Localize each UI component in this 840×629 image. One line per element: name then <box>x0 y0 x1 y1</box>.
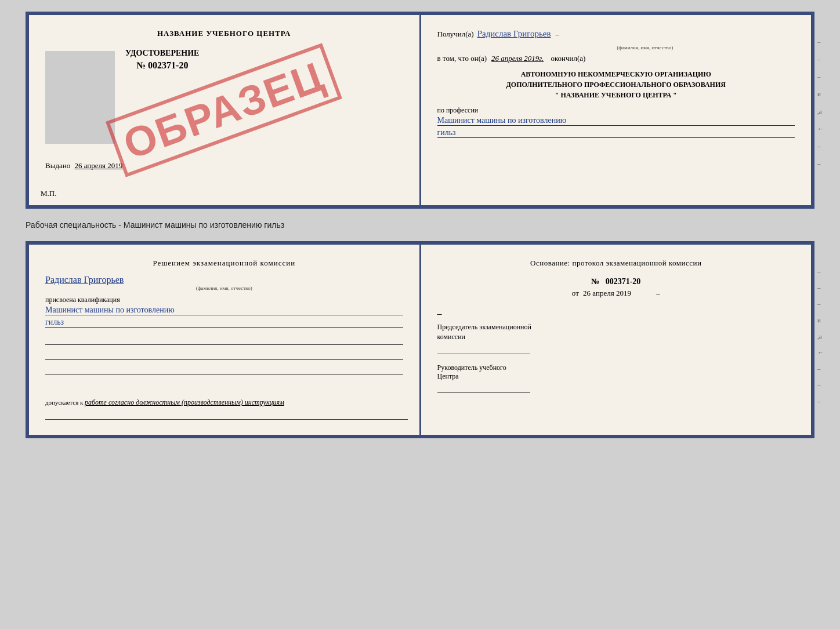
date-row: в том, что он(а) 26 апреля 2019г. окончи… <box>437 54 795 63</box>
allow-value: работе согласно должностным (производств… <box>85 398 284 406</box>
profession-value2: гильз <box>437 128 795 138</box>
chairman-label: Председатель экзаменационной комиссии <box>437 322 795 342</box>
top-doc-right: Получил(а) Радислав Григорьев – (фамилия… <box>421 15 812 205</box>
cert-number: № 002371-20 <box>125 60 199 71</box>
cert-label: УДОСТОВЕРЕНИЕ <box>125 49 199 58</box>
allow-text-block: допускается к работе согласно должностны… <box>45 398 408 423</box>
top-document: НАЗВАНИЕ УЧЕБНОГО ЦЕНТРА УДОСТОВЕРЕНИЕ №… <box>26 12 814 209</box>
date-value: 26 апреля 2019г. <box>491 54 544 63</box>
received-label: Получил(а) <box>437 30 474 39</box>
cert-info: УДОСТОВЕРЕНИЕ № 002371-20 <box>125 49 199 77</box>
org-block: АВТОНОМНУЮ НЕКОММЕРЧЕСКУЮ ОРГАНИЗАЦИЮ ДО… <box>437 69 795 100</box>
bottom-name-hint: (фамилия, имя, отчество) <box>45 285 403 291</box>
issued-label: Выдано <box>45 161 70 170</box>
top-doc-left: НАЗВАНИЕ УЧЕБНОГО ЦЕНТРА УДОСТОВЕРЕНИЕ №… <box>29 15 421 205</box>
blank-line-1 <box>45 333 403 345</box>
basis-dash: – <box>656 289 660 297</box>
profession-label: по профессии <box>437 106 795 115</box>
basis-number: № 002371-20 <box>437 277 795 286</box>
basis-dash2: – <box>437 308 442 318</box>
head-line1: Руководитель учебного <box>437 363 795 372</box>
qual-line2: гильз <box>45 318 403 328</box>
bottom-name: Радислав Григорьев <box>45 275 403 285</box>
allow-line <box>45 409 408 420</box>
date-prefix: от <box>572 289 579 297</box>
basis-title: Основание: протокол экзаменационной коми… <box>437 259 795 268</box>
decision-title: Решением экзаменационной комиссии <box>45 259 403 268</box>
chairman-line1: Председатель экзаменационной <box>437 322 795 332</box>
chairman-sign-line <box>437 354 530 354</box>
mp-label: М.П. <box>41 189 56 198</box>
org-line3: " НАЗВАНИЕ УЧЕБНОГО ЦЕНТРА " <box>437 90 795 100</box>
specialty-label: Рабочая специальность - Машинист машины … <box>26 220 814 230</box>
blank-line-3 <box>45 363 403 375</box>
side-marks-bottom: – – – и ,а ← – – – <box>817 268 824 405</box>
date-label: в том, что он(а) <box>437 54 487 63</box>
received-name: Радислав Григорьев <box>477 29 551 39</box>
name-block-bottom: Радислав Григорьев (фамилия, имя, отчест… <box>45 275 403 291</box>
issued-date: 26 апреля 2019 <box>75 161 123 170</box>
received-row: Получил(а) Радислав Григорьев – <box>437 29 795 39</box>
qual-line1: Машинист машины по изготовлению <box>45 306 403 315</box>
side-marks-top: – – – и ,а ← – – <box>817 38 824 167</box>
org-line1: АВТОНОМНУЮ НЕКОММЕРЧЕСКУЮ ОРГАНИЗАЦИЮ <box>437 69 795 79</box>
bottom-doc-left: Решением экзаменационной комиссии Радисл… <box>29 245 421 435</box>
name-hint-top: (фамилия, имя, отчество) <box>495 45 795 50</box>
top-left-title: НАЗВАНИЕ УЧЕБНОГО ЦЕНТРА <box>45 29 403 38</box>
head-sign-line <box>437 392 530 393</box>
bottom-doc-right: Основание: протокол экзаменационной коми… <box>421 245 812 435</box>
profession-value1: Машинист машины по изготовлению <box>437 116 795 126</box>
blank-line-2 <box>45 348 403 360</box>
dash1: – <box>556 30 560 39</box>
head-label: Руководитель учебного Центра <box>437 363 795 381</box>
basis-date: от 26 апреля 2019 – <box>437 289 795 298</box>
head-line2: Центра <box>437 372 795 381</box>
cert-photo-placeholder <box>45 51 115 144</box>
number-value: 002371-20 <box>606 277 641 286</box>
chairman-line2: комиссии <box>437 332 795 342</box>
cert-issued: Выдано 26 апреля 2019 <box>45 161 403 170</box>
bottom-document: Решением экзаменационной комиссии Радисл… <box>26 241 814 438</box>
org-line2: ДОПОЛНИТЕЛЬНОГО ПРОФЕССИОНАЛЬНОГО ОБРАЗО… <box>437 79 795 90</box>
assigned-label: присвоена квалификация <box>45 296 403 304</box>
number-label: № <box>591 277 599 286</box>
completed-label: окончил(а) <box>551 54 585 63</box>
allow-label: допускается к <box>45 399 83 406</box>
basis-date-value: 26 апреля 2019 <box>583 289 631 297</box>
